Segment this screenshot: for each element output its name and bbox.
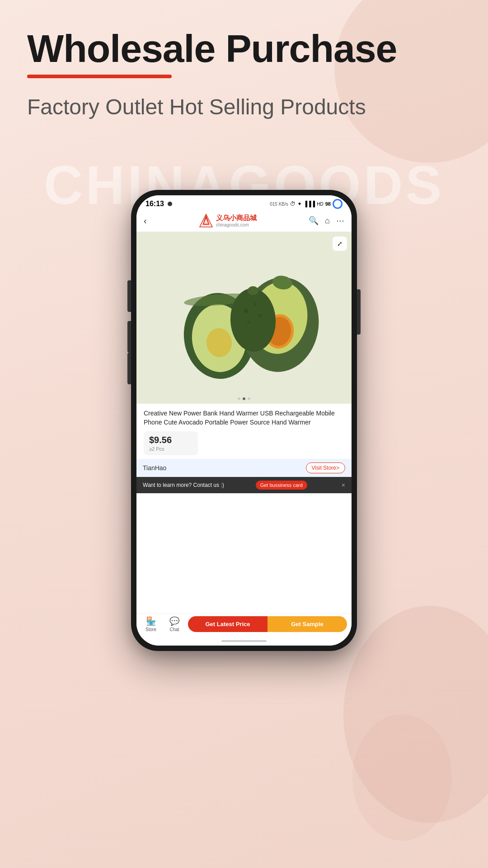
store-name: TianHao [143, 464, 166, 472]
store-bar: TianHao Visit Store> [136, 459, 352, 477]
status-bar: 16:13 015 KB/s ⏱ ✦ ▐▐▐ HD 98 [136, 195, 352, 211]
signal-bars: ▐▐▐ [304, 201, 315, 207]
price-box: $9.56 ≥2 Pcs [144, 431, 198, 455]
svg-point-13 [244, 309, 248, 313]
get-sample-button[interactable]: Get Sample [267, 616, 347, 632]
home-icon[interactable]: ⌂ [325, 216, 330, 226]
back-button[interactable]: ‹ [144, 216, 147, 226]
page-subtitle: Factory Outlet Hot Selling Products [27, 94, 461, 119]
status-dot [168, 202, 172, 206]
phone-screen: 16:13 015 KB/s ⏱ ✦ ▐▐▐ HD 98 ‹ [136, 195, 352, 646]
wifi-icon: ✦ [297, 201, 302, 207]
get-latest-price-button[interactable]: Get Latest Price [188, 616, 267, 632]
dot-3 [248, 397, 250, 400]
more-icon[interactable]: ⋯ [336, 216, 344, 226]
home-indicator [136, 637, 352, 646]
phone-mockup: 16:13 015 KB/s ⏱ ✦ ▐▐▐ HD 98 ‹ [131, 190, 357, 651]
home-bar [221, 640, 267, 642]
price-min-qty: ≥2 Pcs [149, 446, 192, 452]
chat-nav-item[interactable]: 💬 Chat [164, 616, 184, 632]
hd-label: HD [317, 202, 323, 207]
expand-button[interactable]: ⤢ [333, 236, 347, 251]
battery-circle [333, 199, 343, 209]
logo-sub-text: chinagoods.com [216, 222, 257, 227]
price-amount: $9.56 [149, 435, 192, 445]
title-underline [27, 75, 172, 78]
status-time: 16:13 [145, 200, 164, 208]
page-title: Wholesale Purchase [27, 27, 461, 70]
svg-point-16 [247, 321, 250, 324]
product-image-area: ⤢ [136, 232, 352, 404]
close-banner-button[interactable]: × [342, 481, 345, 489]
logo-text: 义乌小商品城 chinagoods.com [216, 214, 257, 227]
svg-point-14 [254, 303, 257, 306]
dot-2 [243, 397, 245, 400]
store-nav-label: Store [145, 627, 156, 632]
signal-text: 015 KB/s [270, 202, 288, 207]
clock-icon: ⏱ [290, 201, 296, 207]
image-dots [238, 397, 250, 400]
status-left: 16:13 [145, 200, 172, 208]
product-image [167, 241, 321, 395]
battery-level: 98 [325, 201, 331, 207]
phone-frame: 16:13 015 KB/s ⏱ ✦ ▐▐▐ HD 98 ‹ [131, 190, 357, 651]
chat-nav-icon: 💬 [169, 616, 179, 626]
dot-1 [238, 397, 240, 400]
nav-bar: ‹ 义乌小商品城 chinagoods.com 🔍 [136, 211, 352, 232]
contact-text: Want to learn more? Contact us :) [143, 482, 224, 488]
expand-icon: ⤢ [337, 240, 343, 247]
bg-decoration-bottom-left [352, 714, 452, 841]
page-header: Wholesale Purchase Factory Outlet Hot Se… [27, 27, 461, 119]
chat-nav-label: Chat [169, 627, 179, 632]
product-name: Creative New Power Bank Hand Warmer USB … [144, 409, 344, 427]
svg-point-17 [248, 286, 258, 295]
status-icons: 015 KB/s ⏱ ✦ ▐▐▐ HD 98 [270, 199, 343, 209]
store-nav-item[interactable]: 🏪 Store [141, 616, 161, 632]
biz-card-button[interactable]: Get bussiness card [256, 481, 307, 490]
svg-point-15 [258, 314, 262, 317]
nav-logo: 义乌小商品城 chinagoods.com [199, 213, 257, 228]
action-buttons: Get Latest Price Get Sample [188, 616, 347, 632]
bottom-bar: 🏪 Store 💬 Chat Get Latest Price Get Samp… [136, 613, 352, 637]
logo-main-text: 义乌小商品城 [216, 214, 257, 222]
chinagoods-logo-icon [199, 213, 213, 228]
visit-store-button[interactable]: Visit Store> [306, 462, 345, 473]
store-nav-icon: 🏪 [146, 616, 156, 626]
contact-banner: Want to learn more? Contact us :) Get bu… [136, 477, 352, 493]
product-info: Creative New Power Bank Hand Warmer USB … [136, 404, 352, 459]
search-icon[interactable]: 🔍 [309, 216, 319, 226]
nav-actions: 🔍 ⌂ ⋯ [309, 216, 344, 226]
